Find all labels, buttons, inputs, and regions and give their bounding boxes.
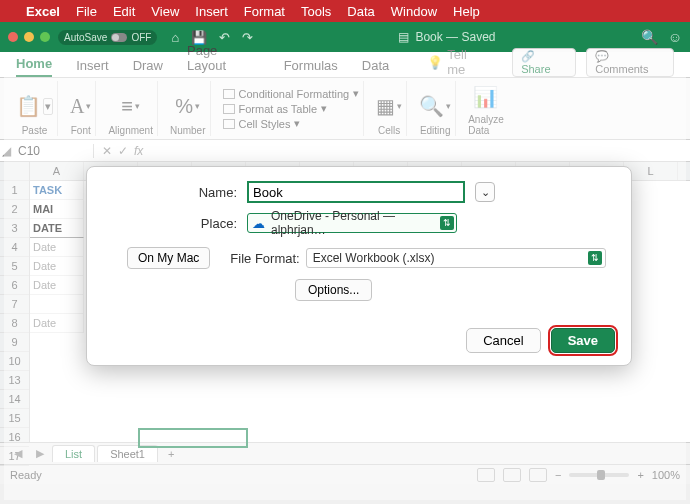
tab-formulas[interactable]: Formulas	[284, 58, 338, 77]
cf-icon	[223, 89, 235, 99]
toggle-off-icon	[111, 33, 127, 42]
page-layout-view-icon[interactable]	[503, 468, 521, 482]
user-icon[interactable]: ☺	[668, 29, 682, 45]
window-zoom-icon[interactable]	[40, 32, 50, 42]
select-all-triangle[interactable]: ◢	[0, 144, 12, 158]
styles-icon	[223, 119, 235, 129]
fx-icon[interactable]: fx	[134, 144, 143, 158]
cell-a1[interactable]: TASK	[30, 181, 84, 200]
cell-a5[interactable]: Date	[30, 257, 84, 276]
ribbon-group-font[interactable]: A▾ Font	[66, 81, 96, 136]
menu-edit[interactable]: Edit	[113, 4, 135, 19]
ribbon-group-styles: Conditional Formatting ▾ Format as Table…	[219, 81, 365, 136]
place-select[interactable]: ☁ OneDrive - Personal — alphrjan… ⇅	[247, 213, 457, 233]
cell-styles-button[interactable]: Cell Styles ▾	[223, 116, 301, 131]
normal-view-icon[interactable]	[477, 468, 495, 482]
name-label: Name:	[107, 185, 247, 200]
ribbon-group-paste[interactable]: 📋▾ Paste	[12, 81, 58, 136]
ribbon-group-editing[interactable]: 🔍▾ Editing	[415, 81, 456, 136]
mac-menubar: Excel File Edit View Insert Format Tools…	[0, 0, 690, 22]
cancel-button[interactable]: Cancel	[466, 328, 540, 353]
ribbon-group-analyze[interactable]: 📊 AnalyzeData	[464, 81, 508, 136]
clipboard-dropdown-icon[interactable]: ▾	[43, 98, 53, 115]
cancel-formula-icon[interactable]: ✕	[102, 144, 112, 158]
zoom-level[interactable]: 100%	[652, 469, 680, 481]
save-button[interactable]: Save	[551, 328, 615, 353]
next-sheet-icon[interactable]: ▶	[30, 447, 50, 460]
editing-icon: 🔍	[419, 94, 444, 118]
file-format-label: File Format:	[230, 251, 299, 266]
selection-rectangle	[138, 428, 248, 448]
zoom-slider[interactable]	[569, 473, 629, 477]
name-box[interactable]: C10	[12, 144, 94, 158]
autosave-toggle[interactable]: AutoSave OFF	[58, 30, 157, 45]
search-icon[interactable]: 🔍	[641, 29, 658, 45]
ribbon-tabs: Home Insert Draw Page Layout Formulas Da…	[0, 52, 690, 78]
place-label: Place:	[107, 216, 247, 231]
zoom-out-button[interactable]: −	[555, 469, 561, 481]
ribbon: 📋▾ Paste A▾ Font ≡▾ Alignment %▾ Number …	[0, 78, 690, 140]
save-dialog: Name: ⌄ Place: ☁ OneDrive - Personal — a…	[86, 166, 632, 366]
cell-a3[interactable]: DATE	[30, 219, 84, 238]
window-minimize-icon[interactable]	[24, 32, 34, 42]
home-icon[interactable]: ⌂	[171, 30, 179, 45]
row-headers[interactable]: 123456789101314151617	[0, 162, 30, 442]
document-icon: ▤	[398, 30, 409, 44]
formula-bar: ◢ C10 ✕ ✓ fx	[0, 140, 690, 162]
share-button[interactable]: 🔗 Share	[512, 48, 576, 77]
status-bar: Ready − + 100%	[0, 464, 690, 484]
menu-view[interactable]: View	[151, 4, 179, 19]
cell-a7[interactable]	[30, 295, 84, 314]
format-as-table-button[interactable]: Format as Table ▾	[223, 101, 328, 116]
menu-tools[interactable]: Tools	[301, 4, 331, 19]
ribbon-group-number[interactable]: %▾ Number	[166, 81, 211, 136]
menu-excel[interactable]: Excel	[26, 4, 60, 19]
menu-data[interactable]: Data	[347, 4, 374, 19]
tab-data[interactable]: Data	[362, 58, 389, 77]
on-my-mac-button[interactable]: On My Mac	[127, 247, 210, 269]
lightbulb-icon: 💡	[427, 55, 443, 70]
menu-help[interactable]: Help	[453, 4, 480, 19]
expand-chevron-icon[interactable]: ⌄	[475, 182, 495, 202]
ribbon-group-cells[interactable]: ▦▾ Cells	[372, 81, 407, 136]
tab-insert[interactable]: Insert	[76, 58, 109, 77]
tab-draw[interactable]: Draw	[133, 58, 163, 77]
menu-window[interactable]: Window	[391, 4, 437, 19]
font-icon: A	[70, 95, 84, 118]
cell-a2[interactable]: MAI	[30, 200, 84, 219]
table-icon	[223, 104, 235, 114]
zoom-in-button[interactable]: +	[637, 469, 643, 481]
cell-a6[interactable]: Date	[30, 276, 84, 295]
menu-file[interactable]: File	[76, 4, 97, 19]
cell-a4[interactable]: Date	[30, 238, 84, 257]
file-name-input[interactable]	[247, 181, 465, 203]
percent-icon: %	[175, 95, 193, 118]
dropdown-icon: ⇅	[588, 251, 602, 265]
sheet-tab-list[interactable]: List	[52, 445, 95, 462]
prev-sheet-icon[interactable]: ◀	[8, 447, 28, 460]
status-ready: Ready	[10, 469, 42, 481]
add-sheet-button[interactable]: +	[160, 448, 182, 460]
align-icon: ≡	[121, 95, 133, 118]
tab-home[interactable]: Home	[16, 56, 52, 77]
cell-a8[interactable]: Date	[30, 314, 84, 333]
ribbon-group-alignment[interactable]: ≡▾ Alignment	[104, 81, 157, 136]
enter-formula-icon[interactable]: ✓	[118, 144, 128, 158]
paste-icon: 📋	[16, 94, 41, 118]
comments-button[interactable]: 💬 Comments	[586, 48, 674, 77]
dropdown-icon: ⇅	[440, 216, 454, 230]
window-close-icon[interactable]	[8, 32, 18, 42]
options-button[interactable]: Options...	[295, 279, 372, 301]
menu-insert[interactable]: Insert	[195, 4, 228, 19]
menu-format[interactable]: Format	[244, 4, 285, 19]
cloud-icon: ☁	[252, 216, 265, 231]
analyze-icon: 📊	[473, 85, 498, 109]
conditional-formatting-button[interactable]: Conditional Formatting ▾	[223, 86, 360, 101]
tab-page-layout[interactable]: Page Layout	[187, 43, 260, 77]
document-title: Book — Saved	[415, 30, 495, 44]
tell-me[interactable]: Tell me	[447, 47, 488, 77]
file-format-select[interactable]: Excel Workbook (.xlsx) ⇅	[306, 248, 606, 268]
cells-icon: ▦	[376, 94, 395, 118]
page-break-view-icon[interactable]	[529, 468, 547, 482]
